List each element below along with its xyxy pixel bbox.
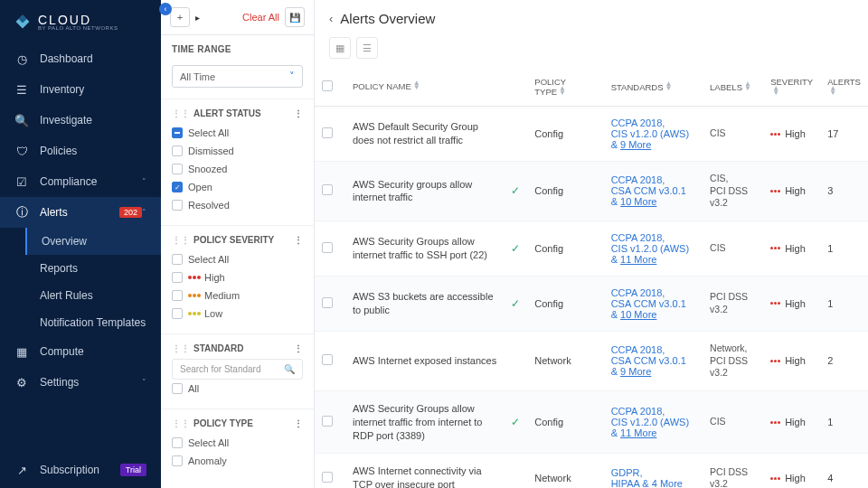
filter-menu-icon[interactable]: ⋮ [294,418,303,428]
nav-item-compute[interactable]: ▦Compute [0,336,161,367]
trial-badge: Trial [120,464,146,476]
status-option-snoozed[interactable]: Snoozed [172,160,303,178]
column-header[interactable]: POLICY NAME▲▼ [345,68,504,107]
row-checkbox[interactable] [322,354,333,365]
drag-icon[interactable]: ⋮⋮ [172,235,190,245]
nav-item-inventory[interactable]: ☰Inventory [0,74,161,105]
back-button[interactable]: ‹ [329,12,333,25]
sort-icon[interactable]: ▲▼ [744,82,751,91]
column-header[interactable]: ALERTS▲▼ [820,68,868,107]
severity-option-medium[interactable]: Medium [172,286,303,305]
severity-dots-icon [188,312,201,315]
table-row[interactable]: AWS Security Groups allow internet traff… [315,221,868,276]
column-header[interactable]: SEVERITY▲▼ [763,68,820,107]
standards-cell[interactable]: CCPA 2018,CIS v1.2.0 (AWS) & 11 More [604,390,703,454]
clear-all-button[interactable]: Clear All [242,12,279,23]
select-all-checkbox[interactable] [322,80,333,91]
labels-cell: CIS [710,416,756,428]
nav-item-dashboard[interactable]: ◷Dashboard [0,43,161,74]
filter-menu-icon[interactable]: ⋮ [294,108,303,118]
chevron-down-icon: ˅ [289,70,295,82]
checkbox-icon [172,127,183,138]
column-header[interactable]: LABELS▲▼ [703,68,763,107]
nav-label: Compliance [40,175,142,188]
main: ‹ Alerts Overview ▦ ☰ POLICY NAME▲▼POLIC… [315,0,868,488]
sort-icon[interactable]: ▲▼ [413,81,420,90]
nav-item-settings[interactable]: ⚙Settings˅ [0,367,161,398]
table-row[interactable]: AWS Security groups allow internet traff… [315,162,868,221]
row-checkbox[interactable] [322,184,333,195]
severity-option-high[interactable]: High [172,268,303,286]
brand-subtitle: BY PALO ALTO NETWORKS [38,25,118,31]
standard-search-input[interactable]: Search for Standard🔍 [172,359,303,380]
table-row[interactable]: AWS Security Groups allow internet traff… [315,390,868,454]
nav-sub-overview[interactable]: Overview [25,228,161,255]
policy-type: Config [527,276,588,331]
collapse-sidebar-icon[interactable]: ‹ [159,3,172,15]
list-view-button[interactable]: ☰ [356,37,378,59]
drag-icon[interactable]: ⋮⋮ [172,343,190,353]
add-filter-button[interactable]: + [170,7,190,27]
severity-cell: High [770,243,813,254]
standards-cell[interactable]: CCPA 2018,CSA CCM v3.0.1 & 9 More [604,331,703,390]
table-row[interactable]: AWS Internet connectivity via TCP over i… [315,454,868,488]
card-view-button[interactable]: ▦ [329,37,351,59]
sort-icon[interactable]: ▲▼ [829,87,836,96]
standards-cell[interactable]: CCPA 2018,CSA CCM v3.0.1 & 10 More [604,276,703,331]
pass-icon: ✓ [511,242,520,255]
nav-sub-notification-templates[interactable]: Notification Templates [25,309,161,336]
nav-item-investigate[interactable]: 🔍Investigate [0,105,161,136]
save-filter-button[interactable]: 💾 [285,7,305,27]
row-checkbox[interactable] [322,297,333,308]
select-all-option[interactable]: Select All [172,434,303,452]
row-checkbox[interactable] [322,416,333,427]
policy-type: Network [527,454,588,488]
alert-status-title: ALERT STATUS [193,108,261,118]
status-option-resolved[interactable]: Resolved [172,196,303,214]
standards-cell[interactable]: CCPA 2018,CSA CCM v3.0.1 & 10 More [604,162,703,221]
subscription-icon: ↗ [14,463,29,477]
policy-name: AWS Security Groups allow internet traff… [345,221,504,276]
nav-item-alerts[interactable]: ⓘAlerts202˄ [0,197,161,228]
type-option-anomaly[interactable]: Anomaly [172,452,303,470]
nav-item-policies[interactable]: 🛡Policies [0,136,161,166]
alerts-table: POLICY NAME▲▼POLICY TYPE▲▼STANDARDS▲▼LAB… [315,68,868,488]
sort-icon[interactable]: ▲▼ [665,82,673,91]
checkbox-icon [172,290,183,301]
severity-cell: High [770,185,813,196]
status-option-open[interactable]: Open [172,178,303,196]
filter-menu-icon[interactable]: ⋮ [294,343,303,353]
standard-option-all[interactable]: All [172,380,303,398]
table-row[interactable]: AWS Default Security Group does not rest… [315,107,868,162]
row-checkbox[interactable] [322,242,333,253]
filter-menu-icon[interactable]: ⋮ [294,235,303,245]
nav-item-compliance[interactable]: ☑Compliance˅ [0,166,161,197]
drag-icon[interactable]: ⋮⋮ [172,108,190,118]
table-row[interactable]: AWS S3 buckets are accessible to public … [315,276,868,331]
list-icon: ☰ [14,82,29,97]
table-row[interactable]: AWS Internet exposed instances Network C… [315,331,868,390]
row-checkbox[interactable] [322,127,333,138]
standards-cell[interactable]: CCPA 2018,CIS v1.2.0 (AWS) & 11 More [604,221,703,276]
select-all-option[interactable]: Select All [172,124,303,142]
pass-icon: ✓ [511,416,520,428]
standards-cell[interactable]: CCPA 2018,CIS v1.2.0 (AWS) & 9 More [604,107,703,162]
standards-cell[interactable]: GDPR,HIPAA & 4 More [604,454,703,488]
drag-icon[interactable]: ⋮⋮ [172,418,190,428]
alert-count: 17 [820,107,868,162]
severity-option-low[interactable]: Low [172,305,303,323]
sort-icon[interactable]: ▲▼ [772,87,779,96]
nav-sub-reports[interactable]: Reports [25,255,161,282]
pass-icon: ✓ [511,297,520,310]
column-header[interactable]: STANDARDS▲▼ [604,68,703,107]
column-header[interactable]: POLICY TYPE▲▼ [527,68,588,107]
subscription-link[interactable]: ↗ Subscription Trial [0,452,161,488]
policy-type: Config [527,390,588,454]
sort-icon[interactable]: ▲▼ [559,87,566,96]
select-all-option[interactable]: Select All [172,250,303,268]
sidebar: CLOUD BY PALO ALTO NETWORKS ◷Dashboard☰I… [0,0,161,488]
status-option-dismissed[interactable]: Dismissed [172,142,303,160]
nav-sub-alert-rules[interactable]: Alert Rules [25,282,161,309]
time-range-select[interactable]: All Time˅ [172,65,303,88]
row-checkbox[interactable] [322,472,333,483]
